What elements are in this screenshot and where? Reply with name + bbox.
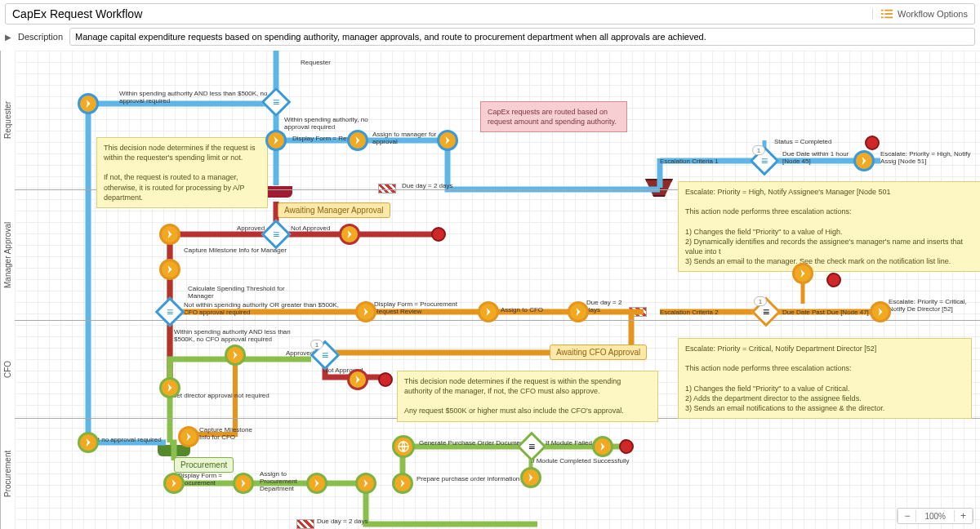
workflow-title-input[interactable] [12,7,872,20]
svg-rect-4 [881,17,884,19]
description-input[interactable] [69,28,975,46]
workflow-options-label: Workflow Options [898,9,968,19]
action-node[interactable] [339,224,360,245]
edge-label: Due day = 2 days [317,518,368,525]
node-label: Assign to CFO [501,306,543,313]
workflow-canvas[interactable]: ≡ Requester Within spending authority AN… [15,51,980,529]
workflow-canvas-container: Requester Manager Approval CFO Procureme… [0,51,980,529]
edge-label: Within spending authority, no approval r… [284,116,382,131]
edge-label: Due day = 2 days [586,299,627,313]
title-bar: Workflow Options [5,3,975,24]
zoom-level: 100% [916,512,954,521]
action-node[interactable] [392,473,413,494]
edge-label: Status = Completed [774,138,831,145]
list-icon [881,8,893,20]
expand-icon[interactable]: ▶ [5,33,11,42]
action-node[interactable] [78,432,99,453]
action-node[interactable] [347,369,368,390]
action-node[interactable] [347,130,368,151]
lane-procurement: Procurement [0,418,15,529]
svg-rect-2 [881,13,884,15]
node-label: Escalation Criteria 1 [660,158,719,165]
action-node[interactable] [853,150,875,171]
action-node[interactable] [159,377,180,398]
node-label: Generate Purchase Order Document [419,439,526,447]
count-badge: 1 [310,340,323,349]
action-node[interactable] [592,436,613,457]
action-node[interactable] [355,301,376,322]
svg-rect-5 [884,17,893,19]
svg-rect-0 [881,10,884,11]
zoom-out-button[interactable]: − [898,510,916,522]
lane-separator [15,320,980,321]
svg-rect-1 [884,10,893,11]
action-node[interactable] [792,263,813,284]
annotation: Escalate: Priority = High, Notify Assign… [678,181,980,272]
node-label: Capture Milestone Info for CFO [199,426,256,441]
annotation: CapEx requests are routed based on reque… [480,101,627,132]
node-label: Display Form = Procurement [178,472,235,487]
node-label: Display Form = Procurement Request Revie… [374,300,480,315]
action-node[interactable] [225,345,246,366]
action-node[interactable] [478,301,499,322]
end-node[interactable] [619,439,634,454]
edge-label: Approved [286,349,314,357]
annotation: This decision node determines if the req… [96,137,268,208]
swimlane-labels: Requester Manager Approval CFO Procureme… [0,51,15,529]
action-node[interactable] [437,130,458,151]
edge-label: Due day = 2 days [402,182,452,189]
node-label: Escalate: Priority = High, Notify Assig … [880,150,980,165]
action-node[interactable] [265,130,287,151]
description-row: ▶ Description [5,28,975,46]
edge-label: Due Date within 1 hour [Node 45] [782,150,856,165]
annotation: Escalate: Priority = Critical, Notify De… [678,338,972,419]
action-node[interactable] [159,224,180,245]
node-label: Requester [301,59,331,66]
lane-requester: Requester [0,51,15,189]
end-node[interactable] [865,136,880,150]
state-badge[interactable]: Awaiting Manager Approval [278,202,390,218]
action-node[interactable] [78,93,99,114]
lane-cfo: CFO [0,320,15,418]
action-node[interactable] [355,473,376,494]
state-badge[interactable]: Procurement [174,457,234,473]
end-node[interactable] [378,372,393,387]
zoom-control: − 100% + [897,508,973,524]
edge-label: Not within spending authority OR greater… [184,301,347,316]
count-badge: 1 [752,145,765,155]
workflow-options-button[interactable]: Workflow Options [872,8,968,20]
node-label: Set no approval required [90,436,162,443]
edge-label: If Module Completed Successfully [531,457,630,465]
edge-label: Approved [237,224,265,232]
edge-label: Not Approved [291,224,330,232]
node-label: Capture Milestone Info for Manager [184,247,287,254]
annotation: This decision node determines if the req… [397,371,658,422]
count-badge: 1 [754,296,767,306]
action-node[interactable] [178,426,199,447]
action-node[interactable] [233,473,254,494]
action-node[interactable] [306,473,327,494]
svg-rect-3 [884,13,893,15]
node-label: Assign to manager for approval [372,131,438,145]
node-label: Prepare purchase order information [416,475,519,482]
lane-manager: Manager Approval [0,189,15,320]
end-node[interactable] [826,273,841,287]
integration-node[interactable] [392,435,415,458]
description-label: Description [18,32,63,42]
zoom-in-button[interactable]: + [954,510,973,522]
action-node[interactable] [568,301,589,322]
state-badge[interactable]: Awaiting CFO Approval [550,345,647,360]
action-node[interactable] [520,467,541,488]
edge-label: Due Date Past Due [Node 47] [782,309,869,316]
edge-label: If Module Failed [546,439,592,447]
node-label: Set director approval not required [172,392,270,399]
action-node[interactable] [159,259,180,280]
node-label: Escalate: Priority = Critical, Notify De… [889,298,980,313]
action-node[interactable] [163,473,185,494]
edge-label: Within spending authority AND less than … [119,90,283,104]
action-node[interactable] [870,301,891,322]
end-node[interactable] [431,227,446,242]
node-label: Calculate Spending Threshold for Manager [188,285,286,300]
edge-label: Within spending authority AND less than … [174,328,305,343]
node-label: Escalation Criteria 2 [660,309,719,316]
